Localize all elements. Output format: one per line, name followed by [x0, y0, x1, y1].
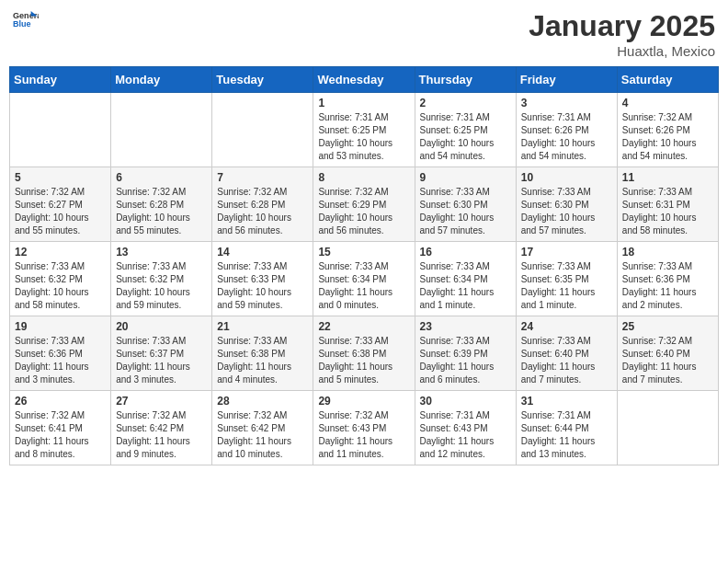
day-number: 24 [521, 320, 612, 333]
day-info: Sunrise: 7:33 AM Sunset: 6:35 PM Dayligh… [521, 260, 612, 312]
day-info: Sunrise: 7:32 AM Sunset: 6:27 PM Dayligh… [15, 186, 106, 237]
day-number: 11 [622, 171, 713, 184]
day-number: 10 [521, 171, 612, 184]
day-number: 28 [217, 395, 308, 408]
day-info: Sunrise: 7:32 AM Sunset: 6:28 PM Dayligh… [217, 186, 308, 237]
calendar-cell: 30Sunrise: 7:31 AM Sunset: 6:43 PM Dayli… [415, 391, 516, 465]
day-info: Sunrise: 7:32 AM Sunset: 6:41 PM Dayligh… [15, 409, 106, 461]
calendar-cell: 22Sunrise: 7:33 AM Sunset: 6:38 PM Dayli… [313, 316, 415, 391]
day-number: 25 [622, 320, 713, 333]
day-info: Sunrise: 7:33 AM Sunset: 6:40 PM Dayligh… [521, 335, 612, 386]
week-row-5: 26Sunrise: 7:32 AM Sunset: 6:41 PM Dayli… [10, 391, 719, 465]
calendar-cell: 6Sunrise: 7:32 AM Sunset: 6:28 PM Daylig… [111, 167, 212, 242]
calendar-cell [212, 93, 313, 167]
day-number: 20 [116, 320, 207, 333]
day-number: 18 [622, 246, 713, 259]
calendar-cell: 4Sunrise: 7:32 AM Sunset: 6:26 PM Daylig… [617, 93, 718, 167]
day-info: Sunrise: 7:31 AM Sunset: 6:44 PM Dayligh… [521, 409, 612, 461]
calendar-cell: 29Sunrise: 7:32 AM Sunset: 6:43 PM Dayli… [313, 391, 415, 465]
calendar-cell [617, 391, 718, 465]
day-info: Sunrise: 7:32 AM Sunset: 6:29 PM Dayligh… [318, 186, 409, 237]
weekday-header-wednesday: Wednesday [313, 67, 415, 93]
calendar-cell: 9Sunrise: 7:33 AM Sunset: 6:30 PM Daylig… [415, 167, 516, 242]
calendar-cell [111, 93, 212, 167]
day-info: Sunrise: 7:32 AM Sunset: 6:42 PM Dayligh… [217, 409, 308, 461]
calendar-cell: 13Sunrise: 7:33 AM Sunset: 6:32 PM Dayli… [111, 242, 212, 316]
day-number: 14 [217, 246, 308, 259]
calendar-cell: 11Sunrise: 7:33 AM Sunset: 6:31 PM Dayli… [617, 167, 718, 242]
day-info: Sunrise: 7:33 AM Sunset: 6:34 PM Dayligh… [318, 260, 409, 312]
day-number: 3 [521, 97, 612, 109]
day-info: Sunrise: 7:33 AM Sunset: 6:31 PM Dayligh… [622, 186, 713, 237]
calendar-cell: 7Sunrise: 7:32 AM Sunset: 6:28 PM Daylig… [212, 167, 313, 242]
weekday-header-row: SundayMondayTuesdayWednesdayThursdayFrid… [10, 67, 719, 93]
day-info: Sunrise: 7:31 AM Sunset: 6:43 PM Dayligh… [420, 409, 511, 461]
day-number: 2 [420, 97, 511, 109]
day-number: 7 [217, 171, 308, 184]
calendar-cell: 27Sunrise: 7:32 AM Sunset: 6:42 PM Dayli… [111, 391, 212, 465]
page-header: General Blue January 2025 Huaxtla, Mexic… [9, 9, 719, 59]
day-info: Sunrise: 7:33 AM Sunset: 6:33 PM Dayligh… [217, 260, 308, 312]
calendar-cell: 26Sunrise: 7:32 AM Sunset: 6:41 PM Dayli… [10, 391, 111, 465]
calendar-cell: 16Sunrise: 7:33 AM Sunset: 6:34 PM Dayli… [415, 242, 516, 316]
calendar-cell: 15Sunrise: 7:33 AM Sunset: 6:34 PM Dayli… [313, 242, 415, 316]
week-row-3: 12Sunrise: 7:33 AM Sunset: 6:32 PM Dayli… [10, 242, 719, 316]
day-number: 21 [217, 320, 308, 333]
location-title: Huaxtla, Mexico [529, 43, 715, 59]
day-info: Sunrise: 7:33 AM Sunset: 6:36 PM Dayligh… [622, 260, 713, 312]
day-info: Sunrise: 7:33 AM Sunset: 6:38 PM Dayligh… [318, 335, 409, 386]
day-number: 22 [318, 320, 409, 333]
calendar-cell: 5Sunrise: 7:32 AM Sunset: 6:27 PM Daylig… [10, 167, 111, 242]
day-number: 30 [420, 395, 511, 408]
logo: General Blue [13, 9, 39, 29]
day-info: Sunrise: 7:33 AM Sunset: 6:34 PM Dayligh… [420, 260, 511, 312]
day-info: Sunrise: 7:32 AM Sunset: 6:43 PM Dayligh… [318, 409, 409, 461]
day-info: Sunrise: 7:33 AM Sunset: 6:39 PM Dayligh… [420, 335, 511, 386]
calendar-cell: 17Sunrise: 7:33 AM Sunset: 6:35 PM Dayli… [516, 242, 617, 316]
day-number: 8 [318, 171, 409, 184]
weekday-header-thursday: Thursday [415, 67, 516, 93]
calendar-cell: 19Sunrise: 7:33 AM Sunset: 6:36 PM Dayli… [10, 316, 111, 391]
month-title: January 2025 [529, 9, 715, 43]
calendar-cell: 2Sunrise: 7:31 AM Sunset: 6:25 PM Daylig… [415, 93, 516, 167]
day-info: Sunrise: 7:31 AM Sunset: 6:25 PM Dayligh… [420, 111, 511, 163]
day-info: Sunrise: 7:32 AM Sunset: 6:40 PM Dayligh… [622, 335, 713, 386]
day-info: Sunrise: 7:32 AM Sunset: 6:26 PM Dayligh… [622, 111, 713, 163]
day-number: 9 [420, 171, 511, 184]
day-number: 5 [15, 171, 106, 184]
calendar-cell: 28Sunrise: 7:32 AM Sunset: 6:42 PM Dayli… [212, 391, 313, 465]
day-info: Sunrise: 7:33 AM Sunset: 6:36 PM Dayligh… [15, 335, 106, 386]
day-number: 12 [15, 246, 106, 259]
calendar-cell: 1Sunrise: 7:31 AM Sunset: 6:25 PM Daylig… [313, 93, 415, 167]
calendar-cell: 21Sunrise: 7:33 AM Sunset: 6:38 PM Dayli… [212, 316, 313, 391]
day-info: Sunrise: 7:33 AM Sunset: 6:30 PM Dayligh… [521, 186, 612, 237]
day-number: 27 [116, 395, 207, 408]
day-number: 23 [420, 320, 511, 333]
calendar-cell: 24Sunrise: 7:33 AM Sunset: 6:40 PM Dayli… [516, 316, 617, 391]
day-number: 31 [521, 395, 612, 408]
day-info: Sunrise: 7:33 AM Sunset: 6:37 PM Dayligh… [116, 335, 207, 386]
calendar-cell: 14Sunrise: 7:33 AM Sunset: 6:33 PM Dayli… [212, 242, 313, 316]
day-number: 13 [116, 246, 207, 259]
day-info: Sunrise: 7:31 AM Sunset: 6:26 PM Dayligh… [521, 111, 612, 163]
calendar-table: SundayMondayTuesdayWednesdayThursdayFrid… [9, 66, 719, 465]
weekday-header-sunday: Sunday [10, 67, 111, 93]
day-info: Sunrise: 7:33 AM Sunset: 6:32 PM Dayligh… [15, 260, 106, 312]
day-info: Sunrise: 7:33 AM Sunset: 6:38 PM Dayligh… [217, 335, 308, 386]
day-number: 16 [420, 246, 511, 259]
day-info: Sunrise: 7:33 AM Sunset: 6:30 PM Dayligh… [420, 186, 511, 237]
calendar-cell: 31Sunrise: 7:31 AM Sunset: 6:44 PM Dayli… [516, 391, 617, 465]
day-number: 4 [622, 97, 713, 109]
calendar-cell: 3Sunrise: 7:31 AM Sunset: 6:26 PM Daylig… [516, 93, 617, 167]
calendar-cell: 8Sunrise: 7:32 AM Sunset: 6:29 PM Daylig… [313, 167, 415, 242]
day-number: 15 [318, 246, 409, 259]
calendar-cell [10, 93, 111, 167]
day-number: 17 [521, 246, 612, 259]
weekday-header-tuesday: Tuesday [212, 67, 313, 93]
calendar-cell: 20Sunrise: 7:33 AM Sunset: 6:37 PM Dayli… [111, 316, 212, 391]
weekday-header-friday: Friday [516, 67, 617, 93]
day-number: 29 [318, 395, 409, 408]
day-number: 19 [15, 320, 106, 333]
svg-text:Blue: Blue [13, 19, 31, 29]
day-info: Sunrise: 7:32 AM Sunset: 6:28 PM Dayligh… [116, 186, 207, 237]
